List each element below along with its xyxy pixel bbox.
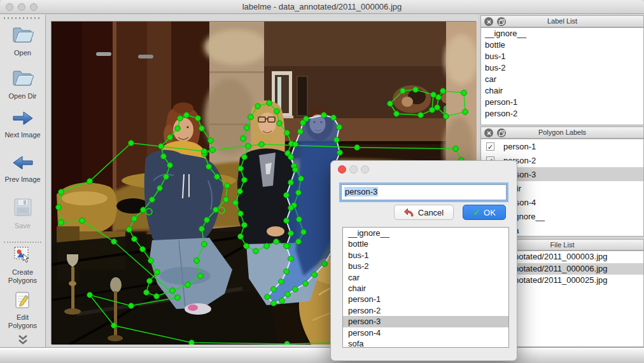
tool-edit-polygons[interactable]: Edit Polygons [0,291,45,330]
label-list-item[interactable]: bus-2 [481,62,643,74]
polygon-vertex[interactable] [288,256,294,262]
polygon-vertex[interactable] [213,207,219,213]
polygon-vertex[interactable] [312,272,318,278]
polygon-vertex[interactable] [293,142,298,147]
polygon-vertex[interactable] [129,303,134,309]
polygon-vertex[interactable] [167,163,173,168]
polygon-vertex[interactable] [129,140,134,146]
polygon-vertex[interactable] [178,116,183,121]
polygon-vertex[interactable] [202,149,207,154]
minimize-window-button[interactable] [18,3,25,11]
polygon-vertex[interactable] [242,223,248,228]
polygon-vertex[interactable] [274,109,280,114]
polygon-vertex[interactable] [80,218,85,224]
polygon-vertex[interactable] [267,100,272,106]
close-window-button[interactable] [6,3,13,11]
float-panel-icon[interactable] [497,17,506,26]
polygon-vertex[interactable] [167,135,173,140]
polygon-vertex[interactable] [264,243,270,249]
polygon-vertex-ring[interactable] [218,207,225,214]
polygon-vertex[interactable] [453,146,459,152]
polygon-vertex[interactable] [334,137,340,143]
polygon-vertex[interactable] [284,218,290,224]
tool-save[interactable]: Save [0,197,45,230]
tool-next-image[interactable]: Next Image [0,110,45,139]
polygon-vertex[interactable] [233,200,239,206]
float-panel-icon[interactable] [497,128,506,137]
polygon-vertex[interactable] [271,287,277,292]
polygon-visibility-checkbox[interactable]: ✓ [486,142,494,151]
polygon-vertex[interactable] [400,88,406,94]
polygon-vertex[interactable] [161,154,167,160]
polygon-vertex[interactable] [296,190,302,196]
polygon-vertex[interactable] [322,261,328,267]
polygon-vertex[interactable] [463,109,468,115]
polygon-vertex[interactable] [141,207,146,213]
polygon-vertex[interactable] [298,176,304,182]
polygon-vertex[interactable] [277,121,283,127]
polygon-vertex[interactable] [285,292,291,298]
label-list-item[interactable]: bottle [481,39,643,51]
polygon-vertex[interactable] [444,114,449,120]
polygon-vertex[interactable] [198,273,204,279]
polygon-vertex[interactable] [185,282,191,288]
polygon-vertex[interactable] [208,138,214,144]
polygon-vertex[interactable] [297,217,302,223]
polygon-vertex[interactable] [388,101,393,107]
polygon-vertex[interactable] [202,242,207,247]
polygon-vertex[interactable] [296,239,302,245]
polygon-vertex[interactable] [293,167,298,173]
polygon-vertex[interactable] [111,323,117,329]
polygon-vertex[interactable] [87,179,93,184]
polygon-vertex[interactable] [337,125,342,130]
polygon-vertex[interactable] [430,107,435,113]
polygon-vertex[interactable] [111,239,117,245]
polygon-vertex[interactable] [354,145,360,151]
polygon-vertex[interactable] [199,126,205,132]
polygon-vertex[interactable] [461,90,467,96]
tool-prev-image[interactable]: Prev Image [0,154,45,184]
annotation-polygon-person-3[interactable] [267,115,340,303]
toolbar-drag-handle[interactable] [4,17,41,19]
polygon-label-row[interactable]: ✓person-1 [481,139,643,153]
polygon-vertex[interactable] [157,186,163,191]
dialog-label-item[interactable]: person-2 [343,305,508,316]
polygon-vertex[interactable] [164,174,169,180]
polygon-vertex[interactable] [189,340,195,345]
polygon-vertex[interactable] [170,288,176,294]
polygon-vertex[interactable] [210,147,216,153]
polygon-vertex[interactable] [284,130,290,136]
dialog-label-item[interactable]: sofa [343,338,508,348]
polygon-vertex[interactable] [279,298,285,304]
dialog-label-item[interactable]: bus-2 [343,261,508,271]
dialog-label-item[interactable]: bottle [343,238,508,249]
label-list-item[interactable]: chair [481,85,643,97]
polygon-vertex[interactable] [199,226,205,232]
dialog-label-item[interactable]: car [343,272,508,283]
polygon-vertex[interactable] [288,231,294,236]
polygon-labels-panel-header[interactable]: Polygon Labels [480,127,644,139]
polygon-vertex[interactable] [284,341,290,345]
polygon-vertex[interactable] [284,193,290,198]
tool-create-polygons[interactable]: Create Polygons [0,247,45,285]
dialog-close-button[interactable] [338,165,346,174]
tool-open[interactable]: Open [0,24,45,57]
polygon-vertex[interactable] [413,87,419,93]
dialog-label-item[interactable]: person-1 [343,294,508,305]
polygon-vertex[interactable] [237,189,243,195]
label-dialog[interactable]: person-3 Cancel ✓ OK __ignore__bottlebus… [330,160,517,361]
polygon-vertex[interactable] [56,205,62,210]
polygon-vertex[interactable] [144,290,150,296]
dialog-label-item[interactable]: chair [343,283,508,294]
polygon-vertex[interactable] [253,249,259,254]
polygon-vertex[interactable] [337,150,343,156]
polygon-vertex[interactable] [303,281,309,287]
dialog-label-item[interactable]: __ignore__ [343,228,508,238]
polygon-vertex[interactable] [127,227,132,233]
polygon-vertex[interactable] [431,92,437,98]
polygon-vertex[interactable] [148,258,154,264]
zoom-window-button[interactable] [30,3,38,11]
polygon-vertex[interactable] [140,247,146,252]
polygon-vertex[interactable] [195,116,201,121]
ok-button[interactable]: ✓ OK [463,205,506,220]
